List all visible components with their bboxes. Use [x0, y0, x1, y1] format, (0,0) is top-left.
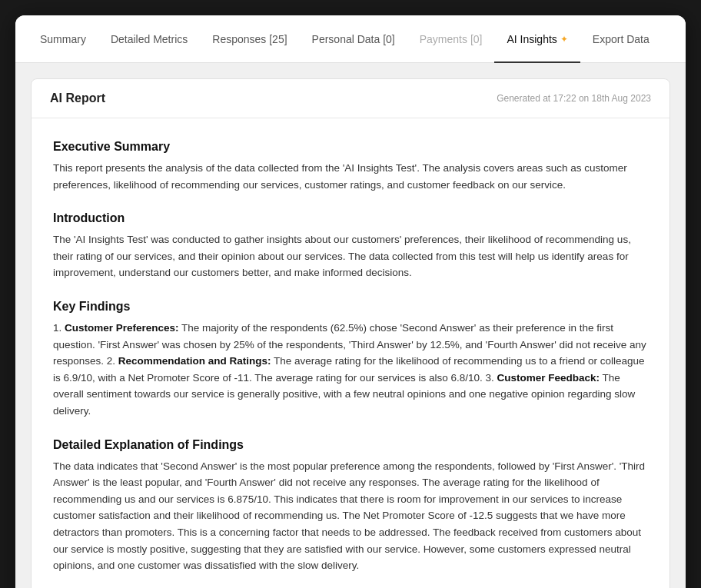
report-header: AI Report Generated at 17:22 on 18th Aug…	[32, 79, 669, 118]
section-text-detailed-explanation: The data indicates that 'Second Answer' …	[53, 458, 648, 574]
section-heading-detailed-explanation: Detailed Explanation of Findings	[53, 438, 648, 452]
tab-detailed-metrics[interactable]: Detailed Metrics	[98, 15, 200, 63]
section-heading-introduction: Introduction	[53, 211, 648, 225]
tab-label-personal-data: Personal Data [0]	[312, 33, 395, 45]
tab-label-ai-insights: AI Insights	[507, 33, 556, 45]
tab-label-export-data: Export Data	[593, 33, 650, 45]
tab-label-detailed-metrics: Detailed Metrics	[111, 33, 188, 45]
section-key-findings: Key Findings1. Customer Preferences: The…	[53, 300, 648, 420]
bold-text: Recommendation and Ratings:	[118, 355, 271, 367]
tab-label-payments: Payments [0]	[420, 33, 483, 45]
tab-export-data[interactable]: Export Data	[580, 15, 662, 63]
section-heading-executive-summary: Executive Summary	[53, 140, 648, 154]
tab-label-responses: Responses [25]	[212, 33, 287, 45]
section-text-introduction: The 'AI Insights Test' was conducted to …	[53, 231, 648, 281]
tab-summary[interactable]: Summary	[28, 15, 98, 63]
star-icon: ✦	[560, 34, 568, 45]
tab-bar: SummaryDetailed MetricsResponses [25]Per…	[15, 15, 686, 63]
tab-ai-insights[interactable]: AI Insights✦	[494, 15, 580, 63]
report-timestamp: Generated at 17:22 on 18th Aug 2023	[497, 93, 651, 104]
bold-text: Customer Feedback:	[497, 372, 600, 384]
section-heading-key-findings: Key Findings	[53, 300, 648, 314]
section-text-executive-summary: This report presents the analysis of the…	[53, 160, 648, 193]
tab-label-summary: Summary	[40, 33, 86, 45]
section-detailed-explanation: Detailed Explanation of FindingsThe data…	[53, 438, 648, 574]
tab-payments: Payments [0]	[407, 15, 495, 63]
section-executive-summary: Executive SummaryThis report presents th…	[53, 140, 648, 193]
report-title: AI Report	[50, 91, 105, 105]
tab-responses[interactable]: Responses [25]	[200, 15, 299, 63]
report-body: Executive SummaryThis report presents th…	[32, 118, 669, 588]
bold-text: Customer Preferences:	[65, 322, 179, 334]
main-content: AI Report Generated at 17:22 on 18th Aug…	[15, 63, 686, 588]
section-introduction: IntroductionThe 'AI Insights Test' was c…	[53, 211, 648, 281]
app-window: SummaryDetailed MetricsResponses [25]Per…	[15, 15, 686, 588]
section-text-key-findings: 1. Customer Preferences: The majority of…	[53, 320, 648, 420]
tab-personal-data[interactable]: Personal Data [0]	[300, 15, 407, 63]
report-card: AI Report Generated at 17:22 on 18th Aug…	[31, 78, 670, 588]
